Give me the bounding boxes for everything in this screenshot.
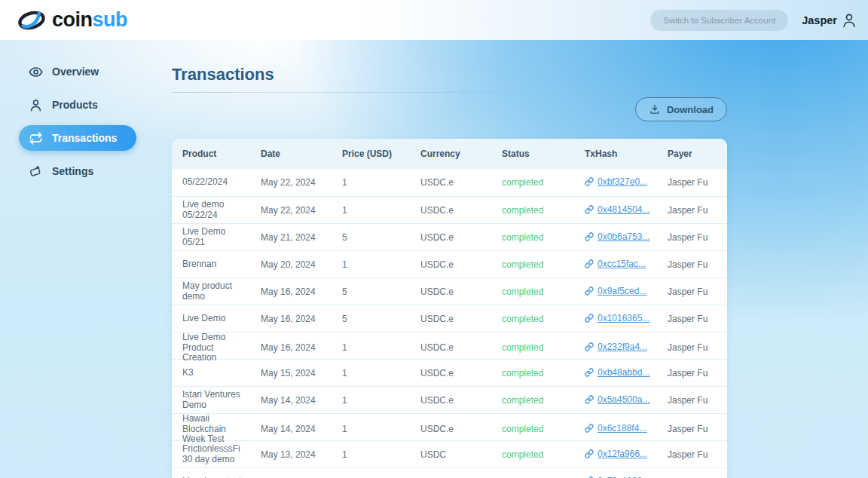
status-badge: completed — [502, 368, 585, 378]
status-badge: completed — [502, 259, 585, 270]
txhash-link[interactable]: 0x232f9a4... — [585, 342, 647, 352]
sidebar-item-products[interactable]: Products — [19, 92, 136, 118]
status-badge: completed — [502, 314, 585, 324]
cell-currency: USDC.e — [420, 205, 502, 216]
switch-to-subscriber-button[interactable]: Switch to Subscriber Account — [650, 10, 788, 31]
person-icon — [841, 12, 857, 29]
txhash-text: 0x6c188f4... — [598, 423, 646, 434]
cell-date: May 13, 2024 — [261, 449, 342, 460]
sidebar-item-overview[interactable]: Overview — [19, 59, 136, 84]
column-header-currency: Currency — [420, 149, 502, 159]
cell-txhash: 0x0b6a753... — [585, 231, 668, 244]
cell-currency: USDC.e — [420, 342, 502, 353]
coinsub-logo[interactable]: coinsub — [17, 8, 127, 32]
link-icon — [585, 177, 594, 186]
table-row: Live Demo 05/21May 21, 20245USDC.ecomple… — [172, 223, 727, 250]
sidebar-item-label: Settings — [52, 165, 93, 177]
status-badge: completed — [502, 232, 585, 243]
link-icon — [585, 314, 594, 323]
link-icon — [585, 368, 594, 377]
column-header-txhash: TxHash — [585, 149, 668, 159]
cell-product: Live Demo Product Creation — [182, 332, 261, 363]
cell-product: May product demo — [182, 281, 261, 302]
status-badge: completed — [502, 449, 585, 460]
table-row: BrennanMay 20, 20241USDC.ecompleted 0xcc… — [172, 250, 727, 277]
cell-currency: USDC.e — [420, 395, 502, 406]
txhash-text: 0x79e1833... — [598, 476, 649, 478]
table-row: May product demoMay 16, 20245USDC.ecompl… — [172, 277, 727, 305]
link-icon — [585, 232, 594, 241]
cell-price: 5 — [342, 286, 420, 297]
txhash-link[interactable]: 0x79e1833... — [585, 476, 649, 478]
link-icon — [585, 205, 594, 214]
table-header-row: Product Date Price (USD) Currency Status… — [172, 139, 727, 169]
cell-txhash: 0x5a4500a... — [585, 394, 668, 406]
table-row: Istari Ventures DemoMay 14, 20241USDC.ec… — [172, 386, 727, 413]
cell-date: May 22, 2024 — [261, 205, 342, 216]
txhash-text: 0x5a4500a... — [598, 394, 649, 405]
cell-price: 1 — [342, 205, 420, 216]
cell-price: 1 — [342, 259, 420, 270]
table-row: Live DemoMay 16, 20245USDC.ecompleted 0x… — [172, 305, 727, 332]
status-badge: completed — [502, 205, 585, 216]
cell-product: Istari Ventures Demo — [182, 390, 261, 410]
table-row: Live Demo Product CreationMay 16, 20241U… — [172, 332, 727, 359]
cell-currency: USDC.e — [420, 368, 502, 378]
header-right-group: Switch to Subscriber Account Jasper — [650, 10, 857, 31]
cell-date: May 16, 2024 — [261, 314, 342, 324]
cell-currency: USDC.e — [420, 259, 502, 270]
txhash-link[interactable]: 0x9af5ced... — [585, 286, 646, 296]
top-header: coinsub Switch to Subscriber Account Jas… — [0, 0, 868, 40]
cell-payer: Jasper Fu — [668, 395, 727, 406]
txhash-link[interactable]: 0x1016365... — [585, 313, 649, 323]
txhash-link[interactable]: 0xbf327e0... — [585, 176, 647, 187]
download-button[interactable]: Download — [635, 97, 727, 121]
cell-txhash: 0x12fa966... — [585, 449, 668, 461]
cell-product: Live Demo 05/21 — [182, 227, 261, 247]
status-badge: completed — [502, 342, 585, 353]
cell-payer: Jasper Fu — [668, 342, 727, 353]
cell-price: 5 — [342, 232, 420, 243]
txhash-link[interactable]: 0x4814504... — [585, 204, 649, 215]
txhash-text: 0xcc15fac... — [598, 259, 646, 269]
cell-product: Brennan — [182, 259, 261, 270]
page-title: Transactions — [172, 65, 727, 84]
cell-date: May 16, 2024 — [261, 342, 342, 353]
status-badge: completed — [502, 395, 585, 406]
cell-currency: USDC.e — [420, 232, 502, 243]
sidebar-item-settings[interactable]: Settings — [19, 158, 136, 184]
link-icon — [585, 395, 594, 404]
cell-payer: Jasper Fu — [668, 368, 727, 378]
txhash-text: 0x1016365... — [598, 313, 649, 323]
txhash-link[interactable]: 0xcc15fac... — [585, 259, 646, 269]
table-body: 05/22/2024May 22, 20241USDC.ecompleted 0… — [172, 169, 727, 478]
user-menu[interactable]: Jasper — [802, 12, 857, 29]
table-row: 05/22/2024May 22, 20241USDC.ecompleted 0… — [172, 169, 727, 196]
cell-product: Live Demo — [182, 314, 261, 324]
cell-currency: USDC.e — [420, 177, 502, 188]
table-row: Live demo 05/22/24May 22, 20241USDC.ecom… — [172, 196, 727, 223]
txhash-link[interactable]: 0x6c188f4... — [585, 423, 646, 434]
table-row: Hawaii Blockchain Week TestMay 14, 20241… — [172, 413, 727, 440]
cell-date: May 22, 2024 — [261, 177, 342, 188]
cell-txhash: 0xcc15fac... — [585, 259, 668, 271]
txhash-text: 0x9af5ced... — [598, 286, 646, 296]
cell-payer: Jasper Fu — [668, 177, 727, 188]
txhash-link[interactable]: 0x5a4500a... — [585, 394, 649, 405]
cell-txhash: 0x232f9a4... — [585, 342, 668, 354]
sidebar-item-transactions[interactable]: Transactions — [19, 125, 136, 151]
cell-product: 05/22/2024 — [182, 177, 261, 188]
cell-date: May 15, 2024 — [261, 368, 342, 378]
toolbar: Download — [172, 97, 727, 121]
main-panel: Transactions Download Product — [172, 40, 727, 478]
link-icon — [585, 259, 594, 268]
txhash-link[interactable]: 0x0b6a753... — [585, 231, 649, 242]
cell-price: 1 — [342, 449, 420, 460]
cell-date: May 14, 2024 — [261, 424, 342, 434]
column-header-payer: Payer — [668, 149, 727, 159]
txhash-link[interactable]: 0x12fa966... — [585, 449, 647, 459]
download-icon — [649, 103, 661, 115]
link-icon — [585, 424, 594, 433]
txhash-link[interactable]: 0xb48abbd... — [585, 367, 649, 378]
cell-txhash: 0x9af5ced... — [585, 286, 668, 298]
